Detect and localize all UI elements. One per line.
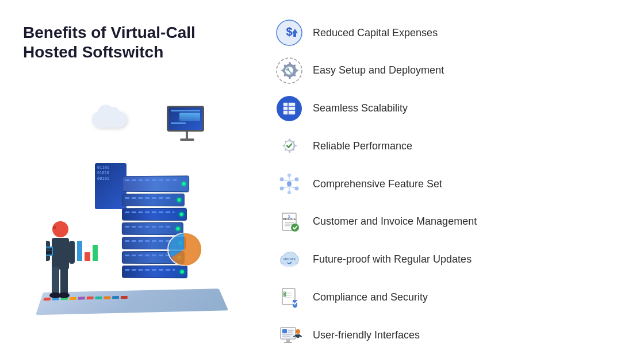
svg-rect-10 [60, 267, 68, 295]
benefit-reduced-capital: $ Reduced Capital Expenses [276, 17, 621, 48]
benefit-invoice: INVOICE $ Customer and Invoice Managemen… [276, 206, 621, 237]
svg-rect-61 [282, 329, 287, 333]
svg-rect-21 [283, 102, 296, 115]
svg-rect-70 [284, 342, 292, 343]
left-panel: Benefits of Virtual-Call Hosted Softswit… [0, 0, 264, 362]
person-figure [46, 215, 92, 307]
dollar-down-icon: $ [276, 20, 302, 46]
benefit-updates: UPDATE Future-proof with Regular Updates [276, 244, 621, 275]
svg-rect-2 [52, 238, 69, 269]
svg-rect-8 [69, 241, 75, 264]
benefit-label-invoice: Customer and Invoice Management [313, 215, 477, 228]
benefit-label-compliance: Compliance and Security [313, 291, 428, 303]
cloud-decoration [92, 111, 132, 132]
benefit-label-reliable-performance: Reliable Performance [313, 140, 412, 152]
svg-point-32 [288, 174, 291, 177]
benefit-easy-setup: 🔧 Easy Setup and Deployment [276, 55, 621, 86]
settings-check-icon [276, 133, 302, 159]
benefit-label-comprehensive: Comprehensive Feature Set [313, 178, 442, 190]
illustration: 011010101000101 [23, 79, 253, 351]
svg-point-12 [58, 292, 70, 298]
svg-text:$: $ [288, 214, 290, 218]
benefit-label-user-friendly: User-friendly Interfaces [313, 329, 420, 341]
benefit-label-reduced-capital: Reduced Capital Expenses [313, 27, 438, 39]
cloud-update-icon: UPDATE [276, 247, 302, 273]
benefit-scalability: Seamless Scalability [276, 93, 621, 124]
benefit-label-scalability: Seamless Scalability [313, 102, 408, 114]
benefit-user-friendly: User-friendly Interfaces [276, 319, 621, 351]
svg-rect-9 [52, 267, 59, 295]
svg-point-1 [52, 221, 68, 237]
svg-text:UPDATE: UPDATE [283, 257, 296, 261]
right-panel: $ Reduced Capital Expenses 🔧 Easy Setup … [264, 0, 644, 362]
pie-chart-decoration [167, 232, 201, 267]
svg-text:🔧: 🔧 [285, 67, 293, 75]
nodes-icon [276, 171, 302, 197]
svg-text:$: $ [286, 25, 292, 38]
benefit-label-updates: Future-proof with Regular Updates [313, 253, 471, 265]
wrench-gear-icon: 🔧 [276, 57, 302, 84]
svg-point-66 [296, 329, 300, 334]
svg-rect-69 [286, 339, 290, 342]
page-title: Benefits of Virtual-Call Hosted Softswit… [23, 23, 195, 61]
monitor-decoration [167, 106, 207, 141]
benefit-label-easy-setup: Easy Setup and Deployment [313, 64, 444, 76]
benefit-comprehensive: Comprehensive Feature Set [276, 168, 621, 199]
invoice-icon: INVOICE $ [276, 209, 302, 235]
iso-illustration: 011010101000101 [34, 94, 241, 336]
scalability-icon [276, 95, 302, 122]
svg-point-27 [287, 182, 292, 186]
benefit-compliance: Compliance and Security [276, 282, 621, 313]
benefit-reliable-performance: Reliable Performance [276, 130, 621, 161]
svg-point-33 [288, 191, 291, 194]
svg-line-68 [300, 336, 301, 337]
svg-point-46 [291, 224, 299, 232]
user-interface-icon [276, 322, 302, 348]
svg-point-13 [53, 226, 56, 229]
shield-check-icon [276, 284, 302, 310]
